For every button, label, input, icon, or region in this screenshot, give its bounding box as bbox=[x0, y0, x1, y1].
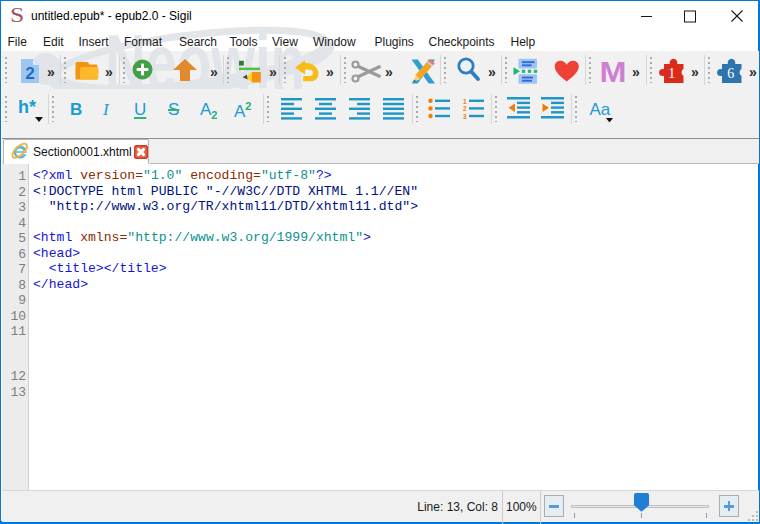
svg-text:1: 1 bbox=[668, 66, 675, 81]
svg-text:3: 3 bbox=[463, 113, 467, 120]
svg-text:2: 2 bbox=[463, 105, 467, 112]
svg-text:6: 6 bbox=[727, 66, 734, 81]
svg-text:1: 1 bbox=[463, 98, 467, 105]
svg-text:2: 2 bbox=[25, 64, 34, 83]
svg-text:M: M bbox=[600, 59, 627, 85]
